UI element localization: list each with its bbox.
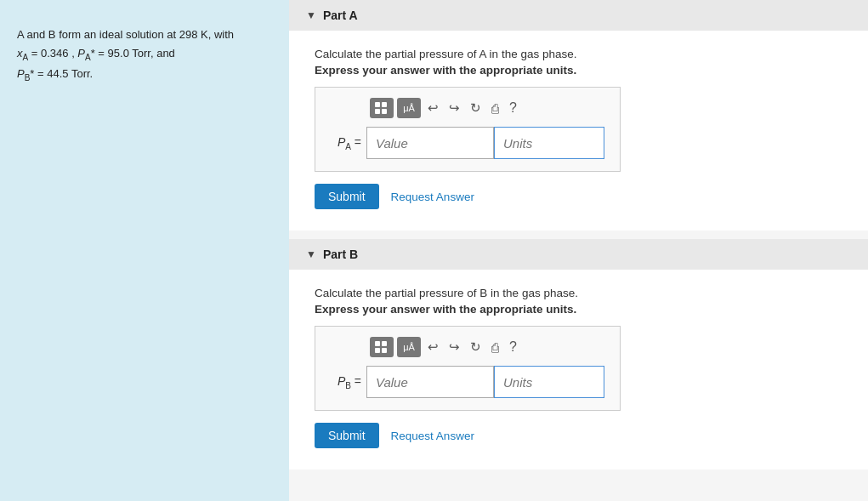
- section-body-part-a: Calculate the partial pressure of A in t…: [289, 31, 868, 231]
- part-b-value-input[interactable]: [366, 366, 494, 398]
- part-b-label: Part B: [323, 248, 358, 261]
- keyboard-button-a[interactable]: ⎙: [488, 100, 502, 117]
- part-a-submit-button[interactable]: Submit: [315, 184, 379, 209]
- undo-button-b[interactable]: ↩: [424, 338, 442, 356]
- refresh-button-a[interactable]: ↻: [467, 99, 485, 117]
- redo-button-b[interactable]: ↪: [445, 338, 463, 356]
- refresh-button-b[interactable]: ↻: [467, 338, 485, 356]
- part-b-actions: Submit Request Answer: [315, 423, 842, 448]
- part-b-instruction: Calculate the partial pressure of B in t…: [315, 287, 842, 299]
- part-a-instruction: Calculate the partial pressure of A in t…: [315, 48, 842, 60]
- part-a-label: Part A: [323, 9, 358, 22]
- section-header-part-b[interactable]: ▼ Part B: [289, 239, 868, 270]
- undo-button-a[interactable]: ↩: [424, 99, 442, 117]
- collapse-arrow-b: ▼: [306, 248, 316, 260]
- svg-rect-3: [382, 109, 387, 114]
- svg-rect-5: [382, 341, 387, 346]
- svg-rect-1: [382, 102, 387, 107]
- part-b-toolbar: μÅ ↩ ↪ ↻ ⎙ ?: [327, 337, 608, 357]
- grid-button-b[interactable]: [370, 337, 394, 357]
- part-b-request-answer-link[interactable]: Request Answer: [391, 430, 474, 442]
- mu-button-a[interactable]: μÅ: [397, 98, 421, 118]
- grid-button-a[interactable]: [370, 98, 394, 118]
- part-a-answer-box: μÅ ↩ ↪ ↻ ⎙ ? PA =: [315, 87, 621, 172]
- part-a-input-label: PA =: [327, 135, 361, 151]
- keyboard-button-b[interactable]: ⎙: [488, 339, 502, 356]
- section-part-b: ▼ Part B Calculate the partial pressure …: [289, 239, 868, 470]
- part-b-submit-button[interactable]: Submit: [315, 423, 379, 448]
- svg-rect-2: [375, 109, 380, 114]
- help-button-a[interactable]: ?: [506, 99, 520, 117]
- part-b-instruction-bold: Express your answer with the appropriate…: [315, 303, 842, 316]
- problem-statement: A and B form an ideal solution at 298 K,…: [0, 0, 289, 501]
- part-a-instruction-bold: Express your answer with the appropriate…: [315, 64, 842, 77]
- part-b-answer-box: μÅ ↩ ↪ ↻ ⎙ ? PB =: [315, 326, 621, 411]
- right-panel: ▼ Part A Calculate the partial pressure …: [289, 0, 868, 501]
- problem-text-line2: xA = 0.346 , PA* = 95.0 Torr, and: [17, 47, 175, 60]
- section-part-a: ▼ Part A Calculate the partial pressure …: [289, 0, 868, 231]
- part-a-actions: Submit Request Answer: [315, 184, 842, 209]
- part-a-value-input[interactable]: [366, 127, 494, 159]
- part-b-input-row: PB =: [327, 366, 608, 398]
- problem-text-line3: PB* = 44.5 Torr.: [17, 67, 93, 80]
- svg-rect-6: [375, 348, 380, 353]
- part-a-units-input[interactable]: [494, 127, 604, 159]
- part-a-request-answer-link[interactable]: Request Answer: [391, 191, 474, 203]
- section-header-part-a[interactable]: ▼ Part A: [289, 0, 868, 31]
- help-button-b[interactable]: ?: [506, 338, 520, 356]
- svg-rect-0: [375, 102, 380, 107]
- part-b-units-input[interactable]: [494, 366, 604, 398]
- mu-button-b[interactable]: μÅ: [397, 337, 421, 357]
- svg-rect-7: [382, 348, 387, 353]
- redo-button-a[interactable]: ↪: [445, 99, 463, 117]
- svg-rect-4: [375, 341, 380, 346]
- part-b-input-label: PB =: [327, 374, 361, 390]
- section-body-part-b: Calculate the partial pressure of B in t…: [289, 270, 868, 470]
- problem-text-line1: A and B form an ideal solution at 298 K,…: [17, 28, 234, 41]
- part-a-toolbar: μÅ ↩ ↪ ↻ ⎙ ?: [327, 98, 608, 118]
- collapse-arrow-a: ▼: [306, 9, 316, 21]
- part-a-input-row: PA =: [327, 127, 608, 159]
